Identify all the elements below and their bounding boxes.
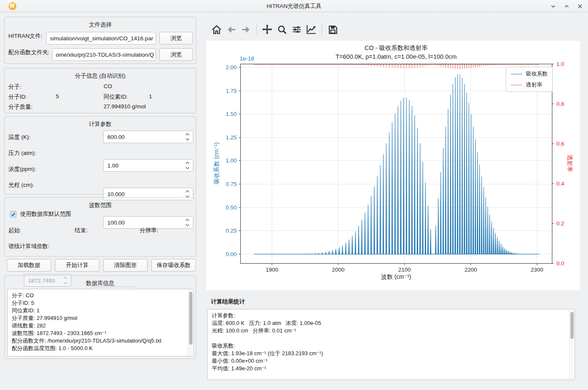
- zoom-button[interactable]: [276, 24, 287, 35]
- results-line: 光程: 100.0 cm 分辨率: 0.01 cm⁻¹: [212, 327, 570, 335]
- spin-down-icon: [185, 138, 190, 141]
- chevron-down-icon: [550, 3, 556, 9]
- spectrum-figure: CO - 吸收系数和透射率 T=600.0K, p=1.0atm, c=1.00…: [206, 41, 580, 290]
- database-info-line: 分子质量: 27.994910 g/mol: [12, 314, 189, 322]
- database-info-line: 配分函数文件: /home/xliu/prj/210-TDLAS/3-simul…: [12, 337, 189, 345]
- home-icon: [211, 24, 222, 35]
- database-info-line: 谱线数量: 282: [12, 322, 189, 330]
- param-label: 压力 (atm):: [8, 149, 36, 157]
- scrollbar-thumb[interactable]: [570, 312, 574, 339]
- legend-entry: 吸收系数: [511, 70, 548, 78]
- chart-title-line2: T=600.0K, p=1.0atm, c=1.00e-05, l=100.0c…: [240, 52, 552, 61]
- window-close-button[interactable]: [576, 3, 584, 10]
- back-button[interactable]: [226, 24, 237, 35]
- param-spinbox[interactable]: 1.00: [103, 159, 193, 172]
- group-title: 数据库信息: [5, 276, 196, 287]
- window-maximize-button[interactable]: [563, 3, 570, 10]
- action-button[interactable]: 保存吸收系数: [151, 259, 196, 272]
- browse-hitran-button[interactable]: 浏览: [159, 32, 193, 44]
- results-scrollbar[interactable]: [569, 310, 574, 379]
- line-chart-icon: [306, 24, 317, 35]
- results-line: 计算参数:: [212, 312, 570, 319]
- results-panel-title: 计算结果统计: [211, 298, 245, 306]
- legend-entry: 透射率: [511, 81, 548, 89]
- spin-arrows[interactable]: [185, 190, 190, 198]
- database-info-line: 波数范围: 1872.7493 - 2303.1665 cm⁻¹: [12, 330, 189, 337]
- legend-line-sample: [511, 85, 522, 85]
- forward-button[interactable]: [240, 24, 251, 35]
- isotope-id-value: 1: [149, 93, 152, 99]
- hitran-file-label: HITRAN文件:: [8, 32, 42, 40]
- param-spinbox[interactable]: 600.00: [103, 131, 193, 143]
- plot-toolbar: [211, 22, 338, 37]
- check-icon: [11, 212, 16, 217]
- use-default-range-row: 使用数据库默认范围: [10, 210, 71, 218]
- group-title: 分子信息 (自动识别): [5, 68, 196, 80]
- spin-arrows[interactable]: [185, 161, 190, 170]
- group-title: 计算参数: [5, 117, 196, 128]
- molecule-value: CO: [104, 83, 112, 89]
- results-line: 温度: 600.0 K 压力: 1.0 atm 浓度: 1.00e-05: [212, 319, 570, 327]
- results-line: 最大值: 1.93e-18 cm⁻¹ (位于 2183.2193 cm⁻¹): [212, 350, 570, 357]
- toolbar-separator: [322, 24, 322, 35]
- close-icon: [577, 3, 583, 9]
- forward-arrow-icon: [241, 24, 251, 35]
- database-info-line: 分子ID: 5: [12, 299, 189, 307]
- group-title: 文件选择: [5, 17, 196, 29]
- spin-up-icon: [185, 190, 190, 193]
- legend-line-sample: [511, 74, 522, 74]
- spin-up-icon: [185, 161, 190, 165]
- spin-down-icon: [185, 166, 190, 170]
- results-line: 最小值: 0.00e+00 cm⁻¹: [212, 357, 570, 365]
- database-info-line: 分子: CO: [12, 292, 189, 299]
- group-title: 波数范围: [5, 198, 196, 209]
- legend-label: 透射率: [526, 81, 542, 89]
- param-label: 温度 (K):: [8, 133, 31, 141]
- x-axis-label: 波数 (cm⁻¹): [240, 273, 552, 281]
- chevron-up-icon: [564, 3, 570, 9]
- database-info-line: 同位素ID: 1: [12, 307, 189, 314]
- edit-axes-button[interactable]: [306, 24, 317, 35]
- use-default-range-checkbox[interactable]: [10, 211, 16, 217]
- toolbar-separator: [256, 24, 257, 35]
- window-shade-button[interactable]: [549, 3, 557, 10]
- database-info-textarea[interactable]: 分子: CO分子ID: 5同位素ID: 1分子质量: 27.994910 g/m…: [7, 289, 194, 356]
- results-line: [212, 335, 570, 342]
- molecule-mass-value: 27.994910 g/mol: [104, 103, 146, 110]
- left-axis-label: 吸收系数 (cm⁻¹): [213, 142, 221, 184]
- action-button[interactable]: 加载数据: [7, 259, 51, 272]
- action-button[interactable]: 清除图形: [103, 259, 148, 272]
- multiplier-label: 谱线计算域倍数:: [8, 243, 49, 250]
- database-info-scrollbar[interactable]: [188, 290, 193, 356]
- molecule-mass-label: 分子质量:: [8, 103, 33, 111]
- isotope-id-label: 同位素ID:: [104, 93, 128, 101]
- chart-legend: 吸收系数透射率: [506, 67, 553, 92]
- pan-button[interactable]: [262, 24, 273, 35]
- partition-folder-input[interactable]: ome/xliu/prj/210-TDLAS/3-simulation/Q: [52, 48, 156, 61]
- molecule-id-label: 分子ID:: [8, 93, 27, 101]
- back-arrow-icon: [226, 24, 237, 35]
- pan-icon: [262, 24, 273, 35]
- sliders-icon: [291, 24, 302, 35]
- param-label: 光程 (cm):: [8, 181, 34, 189]
- chart-title-line1: CO - 吸收系数和透射率: [240, 44, 552, 52]
- results-textarea[interactable]: 计算参数:温度: 600.0 K 压力: 1.0 atm 浓度: 1.00e-0…: [207, 309, 575, 380]
- spin-arrows[interactable]: [185, 133, 190, 141]
- resolution-label: 分辨率:: [140, 227, 158, 234]
- scrollbar-thumb[interactable]: [189, 292, 193, 345]
- database-info-line: 配分函数温度范围: 1.0 - 5000.0 K: [12, 345, 189, 352]
- use-default-range-label: 使用数据库默认范围: [20, 210, 71, 218]
- action-button[interactable]: 开始计算: [55, 259, 99, 272]
- home-button[interactable]: [211, 24, 222, 35]
- range-start-label: 起始:: [8, 227, 21, 234]
- hitran-file-input[interactable]: simulation/voigt_simulation/CO_1416.par: [46, 32, 156, 44]
- configure-subplots-button[interactable]: [291, 24, 302, 35]
- param-label: 浓度(ppm):: [8, 165, 36, 173]
- window-title: HITRAN光谱仿真工具: [0, 0, 588, 12]
- window-titlebar: W HITRAN光谱仿真工具: [0, 0, 588, 12]
- right-axis-label: 透射率: [566, 154, 573, 172]
- save-button[interactable]: [327, 24, 338, 35]
- browse-partition-button[interactable]: 浏览: [159, 48, 193, 61]
- magnifier-icon: [277, 24, 287, 35]
- molecule-label: 分子:: [8, 83, 21, 91]
